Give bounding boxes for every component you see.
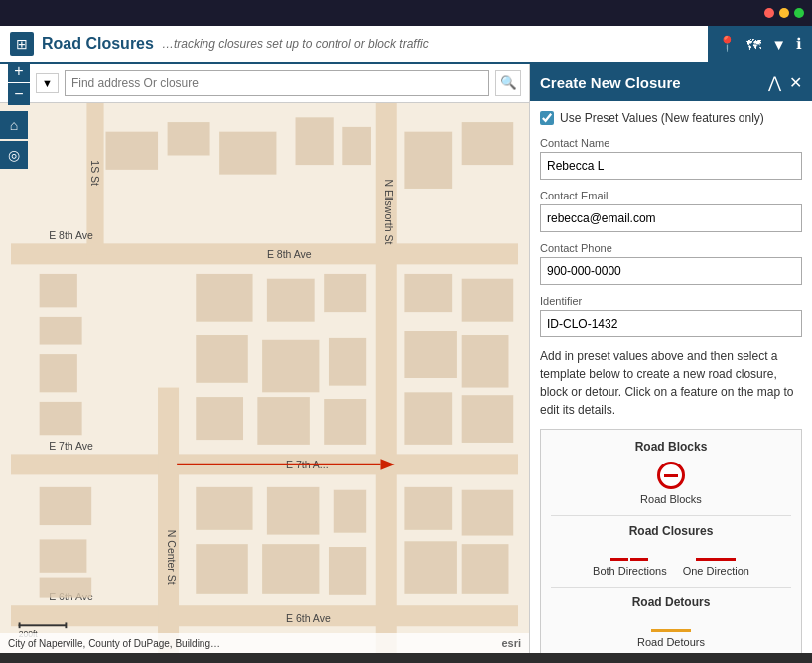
field-label-contact-email: Contact Email <box>540 190 802 201</box>
svg-rect-19 <box>296 117 334 165</box>
svg-rect-31 <box>262 340 319 393</box>
both-directions-item[interactable]: Both Directions <box>593 546 667 577</box>
app-subtitle: …tracking closures set up to control or … <box>162 37 429 51</box>
search-button[interactable]: 🔍 <box>495 70 521 96</box>
panel-close-button[interactable]: ✕ <box>789 73 802 92</box>
svg-rect-17 <box>168 122 210 155</box>
templates-container: Road Blocks Road Blocks Road Closures <box>540 429 802 653</box>
svg-rect-27 <box>196 274 252 322</box>
info-icon[interactable]: ℹ <box>796 35 802 53</box>
svg-text:N Center St: N Center St <box>166 530 178 585</box>
svg-text:E 8th Ave: E 8th Ave <box>267 248 312 260</box>
svg-rect-48 <box>196 544 248 594</box>
svg-rect-41 <box>462 395 514 443</box>
svg-text:E 6th Ave: E 6th Ave <box>286 612 331 624</box>
map-attribution: City of Naperville, County of DuPage, Bu… <box>8 638 220 649</box>
svg-rect-3 <box>11 605 518 626</box>
instructions-text: Add in preset values above and then sele… <box>540 347 802 419</box>
road-blocks-title: Road Blocks <box>551 440 791 454</box>
pin-icon[interactable]: 📍 <box>718 35 737 53</box>
right-panel: Create New Closure ⋀ ✕ Use Preset Values… <box>529 64 812 653</box>
field-contact-name: Contact Name <box>540 137 802 180</box>
svg-rect-33 <box>196 397 243 440</box>
panel-collapse-button[interactable]: ⋀ <box>768 73 781 92</box>
zoom-in-button[interactable]: + <box>8 64 30 83</box>
field-label-identifier: Identifier <box>540 295 802 307</box>
svg-rect-53 <box>404 541 457 594</box>
map-footer: City of Naperville, County of DuPage, Bu… <box>0 633 529 653</box>
svg-rect-45 <box>196 487 252 530</box>
svg-rect-25 <box>40 354 77 392</box>
dropdown-button[interactable]: ▼ <box>36 73 59 93</box>
svg-rect-18 <box>219 132 276 175</box>
zoom-controls: + − <box>8 64 30 105</box>
search-input[interactable] <box>65 70 489 96</box>
filter-icon[interactable]: ▼ <box>771 36 786 53</box>
svg-rect-39 <box>462 335 509 388</box>
esri-logo: esri <box>501 637 521 649</box>
road-detours-items: Road Detours <box>551 617 791 648</box>
map-svg: N Ellsworth St N Center St 1S St E 8th A… <box>0 103 529 653</box>
window-dot-green[interactable] <box>794 8 804 18</box>
map-section: + − ▼ 🔍 ⌂ ◎ <box>0 64 529 653</box>
svg-text:1S St: 1S St <box>89 160 101 186</box>
road-closures-items: Both Directions One Direction <box>551 546 791 577</box>
svg-rect-5 <box>158 388 179 653</box>
app-header: ⊞ Road Closures …tracking closures set u… <box>0 26 812 64</box>
svg-rect-42 <box>40 487 92 525</box>
zoom-out-button[interactable]: − <box>8 83 30 105</box>
svg-rect-32 <box>329 338 366 386</box>
road-block-item[interactable]: Road Blocks <box>640 462 702 505</box>
map-icon[interactable]: 🗺 <box>746 36 761 53</box>
window-dot-red[interactable] <box>764 8 774 18</box>
map-canvas[interactable]: N Ellsworth St N Center St 1S St E 8th A… <box>0 103 529 653</box>
svg-rect-54 <box>462 544 509 594</box>
svg-text:N Ellsworth St: N Ellsworth St <box>383 179 395 244</box>
svg-rect-24 <box>40 317 82 345</box>
field-input-contact-phone[interactable] <box>540 257 802 285</box>
circle-icon[interactable]: ◎ <box>0 141 28 169</box>
svg-rect-40 <box>404 392 452 445</box>
svg-rect-36 <box>404 274 452 312</box>
preset-checkbox[interactable] <box>540 111 554 125</box>
field-contact-email: Contact Email <box>540 190 802 232</box>
both-directions-label: Both Directions <box>593 565 667 577</box>
svg-rect-20 <box>342 127 371 165</box>
panel-title: Create New Closure <box>540 74 681 91</box>
road-block-label: Road Blocks <box>640 493 702 505</box>
field-label-contact-phone: Contact Phone <box>540 242 802 254</box>
field-input-contact-email[interactable] <box>540 204 802 232</box>
svg-rect-46 <box>267 487 320 535</box>
road-detours-label: Road Detours <box>637 636 705 648</box>
svg-rect-35 <box>324 399 366 445</box>
svg-rect-58 <box>19 622 21 628</box>
field-input-identifier[interactable] <box>540 310 802 337</box>
road-closures-title: Road Closures <box>551 524 791 538</box>
road-detours-icon <box>651 629 691 632</box>
svg-rect-29 <box>324 274 366 312</box>
road-detours-item[interactable]: Road Detours <box>637 617 705 648</box>
svg-rect-43 <box>40 539 87 572</box>
svg-rect-38 <box>404 331 457 378</box>
field-input-contact-name[interactable] <box>540 152 802 180</box>
svg-rect-44 <box>40 578 92 598</box>
road-blocks-items: Road Blocks <box>551 462 791 505</box>
svg-rect-59 <box>65 622 67 628</box>
svg-rect-37 <box>462 279 514 322</box>
home-icon[interactable]: ⌂ <box>0 111 28 139</box>
panel-body: Use Preset Values (New features only) Co… <box>530 101 812 653</box>
window-dot-yellow[interactable] <box>779 8 789 18</box>
one-direction-icon <box>696 558 736 561</box>
svg-rect-57 <box>19 624 67 626</box>
road-detours-title: Road Detours <box>551 596 791 609</box>
app-logo-icon: ⊞ <box>10 32 34 56</box>
preset-label: Use Preset Values (New features only) <box>560 111 764 125</box>
svg-rect-50 <box>329 547 366 595</box>
field-label-contact-name: Contact Name <box>540 137 802 149</box>
one-direction-item[interactable]: One Direction <box>683 546 749 577</box>
svg-rect-23 <box>40 274 77 307</box>
field-contact-phone: Contact Phone <box>540 242 802 285</box>
svg-rect-52 <box>462 490 514 536</box>
svg-rect-34 <box>257 397 310 445</box>
svg-text:E 8th Ave: E 8th Ave <box>49 229 93 241</box>
